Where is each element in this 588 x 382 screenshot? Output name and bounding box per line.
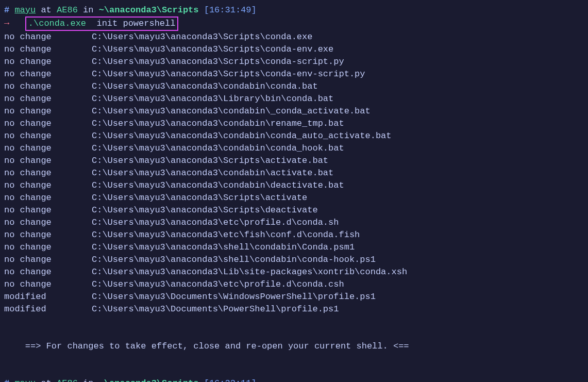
prompt-arrow-icon: → [4,19,9,28]
info-message: ==> For changes to take effect, close an… [4,328,584,365]
output-row: no changeC:\Users\mayu3\anaconda3\Script… [4,31,584,43]
output-row: no changeC:\Users\mayu3\anaconda3\condab… [4,130,584,142]
terminal-output[interactable]: # mayu at AE86 in ~\anaconda3\Scripts [1… [4,4,584,382]
status-text: no change [4,80,92,93]
file-path: C:\Users\mayu3\anaconda3\condabin\rename… [92,119,344,128]
prompt-time: [16:31:49] [204,4,257,16]
file-path: C:\Users\mayu3\anaconda3\etc\fish\conf.d… [92,230,360,240]
status-text: modified [4,291,92,303]
prompt-host: AE86 [57,4,78,16]
output-row: no changeC:\Users\mayu3\anaconda3\condab… [4,167,584,179]
status-text: no change [4,254,92,266]
output-row: no changeC:\Users\mayu3\anaconda3\shell\… [4,241,584,254]
file-path: C:\Users\mayu3\anaconda3\Scripts\activat… [92,156,328,165]
status-text: no change [4,118,92,130]
status-text: no change [4,31,92,43]
output-row: no changeC:\Users\mayu3\anaconda3\etc\fi… [4,229,584,241]
output-row: no changeC:\Users\mayu3\anaconda3\Script… [4,43,584,56]
status-text: no change [4,93,92,105]
prompt-host: AE86 [57,377,78,382]
prompt-in: in [83,377,93,382]
output-row: no changeC:\Users\mayu3\anaconda3\condab… [4,142,584,155]
file-path: C:\Users\mayu3\anaconda3\Scripts\conda-s… [92,57,344,67]
status-text: no change [4,266,92,278]
prompt-hash: # [4,377,9,382]
output-row: no changeC:\Users\mayu3\anaconda3\Librar… [4,93,584,105]
file-path: C:\Users\mayu3\anaconda3\condabin\conda.… [92,81,318,91]
file-path: C:\Users\mayu3\Documents\PowerShell\prof… [92,304,339,314]
file-path: C:\Users\mayu3\anaconda3\Scripts\conda-e… [92,44,333,54]
output-row: modifiedC:\Users\mayu3\Documents\PowerSh… [4,303,584,315]
prompt-user: mayu [14,4,36,16]
prompt-path: ~\anaconda3\Scripts [99,4,199,16]
output-row: no changeC:\Users\mayu3\anaconda3\Script… [4,68,584,80]
status-text: no change [4,229,92,241]
file-path: C:\Users\mayu3\anaconda3\Lib\site-packag… [92,267,407,277]
message-text: ==> For changes to take effect, close an… [25,341,409,351]
file-path: C:\Users\mayu3\anaconda3\etc\profile.d\c… [92,218,339,227]
output-row: modifiedC:\Users\mayu3\Documents\Windows… [4,291,584,303]
status-text: no change [4,155,92,167]
file-path: C:\Users\mayu3\anaconda3\etc\profile.d\c… [92,279,344,289]
output-row: no changeC:\Users\mayu3\anaconda3\condab… [4,179,584,192]
highlighted-command: .\conda.exe init powershell [25,16,179,31]
status-text: modified [4,303,92,315]
file-path: C:\Users\mayu3\anaconda3\condabin\conda_… [92,143,344,153]
file-path: C:\Users\mayu3\anaconda3\shell\condabin\… [92,242,355,252]
prompt-in: in [83,4,93,16]
file-path: C:\Users\mayu3\anaconda3\condabin\conda_… [92,131,392,141]
prompt-path: ~\anaconda3\Scripts [99,377,199,382]
status-text: no change [4,105,92,118]
status-text: no change [4,241,92,254]
status-text: no change [4,56,92,68]
status-text: no change [4,142,92,155]
blank-line [4,315,584,328]
output-row: no changeC:\Users\mayu3\anaconda3\Script… [4,155,584,167]
file-path: C:\Users\mayu3\anaconda3\Scripts\deactiv… [92,205,318,215]
output-row: no changeC:\Users\mayu3\anaconda3\condab… [4,105,584,118]
file-path: C:\Users\mayu3\anaconda3\condabin\deacti… [92,180,344,190]
output-row: no changeC:\Users\mayu3\anaconda3\Script… [4,56,584,68]
prompt-user: mayu [14,377,36,382]
output-row: no changeC:\Users\mayu3\anaconda3\Script… [4,204,584,217]
output-row: no changeC:\Users\mayu3\anaconda3\shell\… [4,254,584,266]
command-arguments: init powershell [96,19,175,28]
file-path: C:\Users\mayu3\anaconda3\shell\condabin\… [92,255,376,264]
prompt-line-2: # mayu at AE86 in ~\anaconda3\Scripts [1… [4,377,584,382]
prompt-at: at [41,377,51,382]
prompt-at: at [41,4,51,16]
status-text: no change [4,130,92,142]
file-path: C:\Users\mayu3\anaconda3\condabin\_conda… [92,106,371,116]
status-text: no change [4,167,92,179]
output-row: no changeC:\Users\mayu3\anaconda3\Script… [4,192,584,204]
file-path: C:\Users\mayu3\anaconda3\Scripts\conda.e… [92,32,312,42]
status-text: no change [4,179,92,192]
status-text: no change [4,217,92,229]
blank-line [4,365,584,377]
file-path: C:\Users\mayu3\anaconda3\Scripts\activat… [92,193,307,203]
file-path: C:\Users\mayu3\Documents\WindowsPowerShe… [92,292,376,302]
command-executable: .\conda.exe [28,19,86,28]
file-path: C:\Users\mayu3\anaconda3\condabin\activa… [92,168,333,178]
status-text: no change [4,278,92,291]
status-text: no change [4,192,92,204]
prompt-line-1: # mayu at AE86 in ~\anaconda3\Scripts [1… [4,4,584,16]
output-row: no changeC:\Users\mayu3\anaconda3\etc\pr… [4,278,584,291]
command-output: no changeC:\Users\mayu3\anaconda3\Script… [4,31,584,315]
file-path: C:\Users\mayu3\anaconda3\Scripts\conda-e… [92,69,365,79]
command-line-1: → .\conda.exe init powershell [4,16,584,31]
file-path: C:\Users\mayu3\anaconda3\Library\bin\con… [92,94,333,104]
status-text: no change [4,204,92,217]
prompt-time: [16:32:11] [204,377,257,382]
output-row: no changeC:\Users\mayu3\anaconda3\Lib\si… [4,266,584,278]
output-row: no changeC:\Users\mayu3\anaconda3\etc\pr… [4,217,584,229]
prompt-hash: # [4,4,9,16]
output-row: no changeC:\Users\mayu3\anaconda3\condab… [4,118,584,130]
status-text: no change [4,68,92,80]
output-row: no changeC:\Users\mayu3\anaconda3\condab… [4,80,584,93]
status-text: no change [4,43,92,56]
